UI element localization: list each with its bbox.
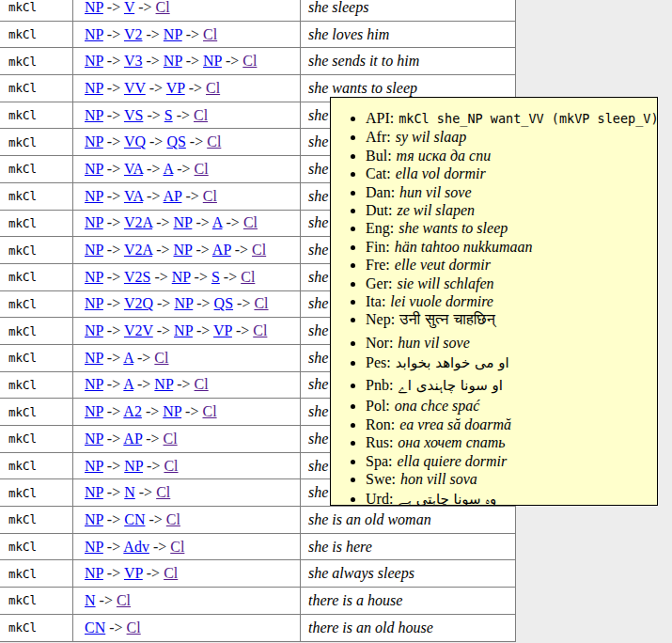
category-link-cn[interactable]: CN xyxy=(85,619,105,635)
arrow-separator: -> xyxy=(173,376,194,392)
category-link-a[interactable]: A xyxy=(164,161,174,177)
category-link-cl[interactable]: Cl xyxy=(154,350,168,366)
category-link-ap[interactable]: AP xyxy=(212,242,231,258)
category-link-v2s[interactable]: V2S xyxy=(124,269,150,285)
category-link-np[interactable]: NP xyxy=(154,376,173,392)
arrow-separator: -> xyxy=(103,161,124,177)
category-link-np[interactable]: NP xyxy=(85,107,103,123)
category-link-a2[interactable]: A2 xyxy=(123,403,142,419)
category-link-cl[interactable]: Cl xyxy=(164,431,178,447)
category-link-v2v[interactable]: V2V xyxy=(124,322,153,338)
category-link-qs[interactable]: QS xyxy=(214,295,233,311)
category-link-np[interactable]: NP xyxy=(85,565,103,581)
category-link-vs[interactable]: VS xyxy=(124,107,143,123)
category-link-cl[interactable]: Cl xyxy=(195,376,209,392)
category-link-np[interactable]: NP xyxy=(85,376,103,392)
category-link-np[interactable]: NP xyxy=(85,0,103,15)
category-link-cl[interactable]: Cl xyxy=(170,539,184,555)
category-link-v2a[interactable]: V2A xyxy=(124,242,152,258)
category-link-cl[interactable]: Cl xyxy=(241,269,255,285)
category-link-cl[interactable]: Cl xyxy=(156,0,170,15)
rule-cell: NP -> Adv -> Cl xyxy=(73,533,301,560)
category-link-np[interactable]: NP xyxy=(174,242,193,258)
category-link-np[interactable]: NP xyxy=(85,214,103,230)
category-link-cl[interactable]: Cl xyxy=(117,592,131,608)
arrow-separator: -> xyxy=(142,53,163,69)
category-link-cl[interactable]: Cl xyxy=(127,619,141,635)
arrow-separator: -> xyxy=(173,107,194,123)
category-link-cl[interactable]: Cl xyxy=(203,26,217,42)
category-link-n[interactable]: N xyxy=(124,484,135,500)
category-link-np[interactable]: NP xyxy=(85,188,103,204)
category-link-np[interactable]: NP xyxy=(174,322,193,338)
category-link-np[interactable]: NP xyxy=(85,80,103,96)
arrow-separator: -> xyxy=(103,295,124,311)
category-link-cl[interactable]: Cl xyxy=(195,161,209,177)
category-link-np[interactable]: NP xyxy=(172,269,191,285)
category-link-cl[interactable]: Cl xyxy=(166,511,180,527)
category-link-np[interactable]: NP xyxy=(85,539,103,555)
category-link-np[interactable]: NP xyxy=(203,53,222,69)
arrow-separator: -> xyxy=(146,80,166,96)
category-link-np[interactable]: NP xyxy=(85,161,103,177)
category-link-cl[interactable]: Cl xyxy=(164,458,178,474)
category-link-n[interactable]: N xyxy=(85,592,96,608)
category-link-va[interactable]: VA xyxy=(124,188,143,204)
category-link-cl[interactable]: Cl xyxy=(202,403,216,419)
category-link-np[interactable]: NP xyxy=(85,322,103,338)
category-link-np[interactable]: NP xyxy=(85,458,103,474)
category-link-np[interactable]: NP xyxy=(174,214,193,230)
category-link-cl[interactable]: Cl xyxy=(253,322,267,338)
category-link-a[interactable]: A xyxy=(123,376,133,392)
category-link-np[interactable]: NP xyxy=(85,403,103,419)
language-code-label: Pes xyxy=(366,354,391,370)
category-link-vq[interactable]: VQ xyxy=(124,133,146,149)
category-link-np[interactable]: NP xyxy=(85,484,103,500)
category-link-cl[interactable]: Cl xyxy=(242,53,257,69)
category-link-cl[interactable]: Cl xyxy=(194,107,208,123)
category-link-v2q[interactable]: V2Q xyxy=(124,295,153,311)
category-link-adv[interactable]: Adv xyxy=(123,539,149,555)
category-link-np[interactable]: NP xyxy=(85,133,103,149)
category-link-v2a[interactable]: V2A xyxy=(124,214,152,230)
category-link-cl[interactable]: Cl xyxy=(207,133,221,149)
category-link-cl[interactable]: Cl xyxy=(243,214,258,230)
category-link-ap[interactable]: AP xyxy=(123,431,142,447)
category-link-np[interactable]: NP xyxy=(85,350,103,366)
category-link-np[interactable]: NP xyxy=(124,458,143,474)
category-link-np[interactable]: NP xyxy=(85,511,103,527)
category-link-np[interactable]: NP xyxy=(85,431,103,447)
category-link-qs[interactable]: QS xyxy=(166,133,185,149)
category-link-np[interactable]: NP xyxy=(163,403,181,419)
category-link-vp[interactable]: VP xyxy=(124,565,143,581)
category-link-v2[interactable]: V2 xyxy=(124,26,143,42)
category-link-s[interactable]: S xyxy=(164,107,173,123)
category-link-np[interactable]: NP xyxy=(85,53,103,69)
category-link-np[interactable]: NP xyxy=(164,53,182,69)
category-link-np[interactable]: NP xyxy=(85,242,103,258)
category-link-va[interactable]: VA xyxy=(124,161,143,177)
category-link-np[interactable]: NP xyxy=(174,295,193,311)
category-link-v3[interactable]: V3 xyxy=(124,53,143,69)
category-link-ap[interactable]: AP xyxy=(164,188,182,204)
category-link-cl[interactable]: Cl xyxy=(254,295,268,311)
category-link-v[interactable]: V xyxy=(124,0,134,15)
category-link-vv[interactable]: VV xyxy=(124,80,146,96)
category-link-cl[interactable]: Cl xyxy=(206,80,220,96)
category-link-cl[interactable]: Cl xyxy=(164,565,178,581)
category-link-vp[interactable]: VP xyxy=(166,80,185,96)
category-link-vp[interactable]: VP xyxy=(213,322,232,338)
category-link-np[interactable]: NP xyxy=(85,26,103,42)
category-link-s[interactable]: S xyxy=(211,269,220,285)
category-link-np[interactable]: NP xyxy=(85,295,103,311)
category-link-cl[interactable]: Cl xyxy=(203,188,217,204)
category-link-cl[interactable]: Cl xyxy=(252,242,266,258)
category-link-np[interactable]: NP xyxy=(164,26,182,42)
category-link-cl[interactable]: Cl xyxy=(156,484,170,500)
category-link-np[interactable]: NP xyxy=(85,269,103,285)
category-link-a[interactable]: A xyxy=(212,214,223,230)
arrow-separator: -> xyxy=(233,295,254,311)
category-link-cn[interactable]: CN xyxy=(124,511,145,527)
category-link-a[interactable]: A xyxy=(123,350,133,366)
arrow-separator: -> xyxy=(153,322,174,338)
